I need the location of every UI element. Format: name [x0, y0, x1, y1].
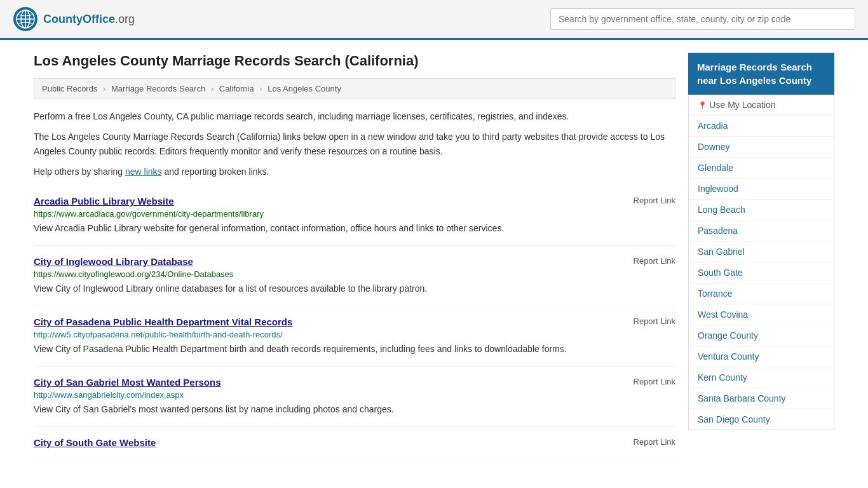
- record-url[interactable]: https://www.arcadiaca.gov/government/cit…: [34, 209, 675, 219]
- use-location-link[interactable]: Use My Location: [689, 95, 834, 115]
- report-link[interactable]: Report Link: [634, 316, 675, 326]
- sidebar-list-item[interactable]: Ventura County: [689, 346, 834, 367]
- sidebar-link[interactable]: San Gabriel: [689, 241, 834, 262]
- sidebar-link[interactable]: Arcadia: [689, 116, 834, 136]
- record-description: View City of San Gabriel's most wanted p…: [34, 403, 675, 416]
- sidebar-list-item[interactable]: Torrance: [689, 283, 834, 304]
- record-description: View City of Pasadena Public Health Depa…: [34, 342, 675, 356]
- sidebar-list: Use My Location ArcadiaDowneyGlendaleIng…: [688, 95, 834, 430]
- record-entry: City of Inglewood Library Database Repor…: [34, 246, 675, 306]
- breadcrumb-marriage-records[interactable]: Marriage Records Search: [111, 84, 205, 93]
- sidebar-list-item[interactable]: Orange County: [689, 325, 834, 346]
- record-entry: City of South Gate Website Report Link: [34, 427, 675, 461]
- sidebar-link[interactable]: Orange County: [689, 325, 834, 346]
- record-header: City of Pasadena Public Health Departmen…: [34, 316, 675, 327]
- record-list: Arcadia Public Library Website Report Li…: [34, 186, 675, 461]
- sidebar-link[interactable]: Pasadena: [689, 220, 834, 241]
- sidebar-list-item[interactable]: San Diego County: [689, 409, 834, 430]
- sidebar-link[interactable]: Ventura County: [689, 346, 834, 367]
- description-2: The Los Angeles County Marriage Records …: [34, 130, 675, 158]
- record-title[interactable]: City of Inglewood Library Database: [34, 256, 193, 267]
- sidebar-list-item[interactable]: Arcadia: [689, 116, 834, 137]
- breadcrumb-sep-2: ›: [211, 84, 214, 93]
- sidebar-link[interactable]: South Gate: [689, 262, 834, 283]
- report-link[interactable]: Report Link: [634, 377, 675, 386]
- sidebar-link[interactable]: Kern County: [689, 367, 834, 388]
- breadcrumb-sep-1: ›: [103, 84, 105, 93]
- breadcrumb-la-county[interactable]: Los Angeles County: [268, 84, 341, 93]
- report-link[interactable]: Report Link: [634, 437, 675, 447]
- sidebar-link[interactable]: Santa Barbara County: [689, 388, 834, 409]
- record-description: View Arcadia Public Library website for …: [34, 222, 675, 235]
- sidebar-header: Marriage Records Search near Los Angeles…: [688, 53, 834, 95]
- logo-text: CountyOffice.org: [43, 13, 135, 26]
- sidebar-list-item[interactable]: Glendale: [689, 158, 834, 179]
- description-1: Perform a free Los Angeles County, CA pu…: [34, 109, 675, 123]
- sidebar-link[interactable]: West Covina: [689, 304, 834, 325]
- page-title: Los Angeles County Marriage Records Sear…: [34, 53, 675, 69]
- sidebar-link[interactable]: San Diego County: [689, 409, 834, 430]
- sidebar-list-item[interactable]: Downey: [689, 137, 834, 158]
- sidebar-link[interactable]: Downey: [689, 137, 834, 157]
- new-links-link[interactable]: new links: [125, 166, 162, 177]
- record-header: City of San Gabriel Most Wanted Persons …: [34, 377, 675, 388]
- breadcrumb-sep-3: ›: [259, 84, 262, 93]
- main-container: Los Angeles County Marriage Records Sear…: [21, 40, 847, 474]
- record-url[interactable]: http://www.sangabrielcity.com/index.aspx: [34, 390, 675, 400]
- record-title[interactable]: City of Pasadena Public Health Departmen…: [34, 316, 292, 327]
- sidebar-list-item[interactable]: San Gabriel: [689, 241, 834, 262]
- record-entry: City of San Gabriel Most Wanted Persons …: [34, 367, 675, 427]
- site-header: CountyOffice.org: [0, 0, 868, 40]
- content-area: Los Angeles County Marriage Records Sear…: [34, 53, 675, 461]
- sidebar-link[interactable]: Inglewood: [689, 179, 834, 199]
- record-header: Arcadia Public Library Website Report Li…: [34, 196, 675, 207]
- sidebar-list-item[interactable]: Long Beach: [689, 200, 834, 220]
- logo-area: CountyOffice.org: [13, 6, 135, 32]
- breadcrumb-california[interactable]: California: [219, 84, 254, 93]
- sidebar-list-item[interactable]: West Covina: [689, 304, 834, 325]
- sidebar: Marriage Records Search near Los Angeles…: [688, 53, 834, 461]
- sidebar-link[interactable]: Torrance: [689, 283, 834, 304]
- record-title[interactable]: City of San Gabriel Most Wanted Persons: [34, 377, 221, 388]
- record-description: View City of Inglewood Library online da…: [34, 282, 675, 295]
- sidebar-list-item[interactable]: Pasadena: [689, 220, 834, 241]
- report-link[interactable]: Report Link: [634, 196, 675, 205]
- breadcrumb-public-records[interactable]: Public Records: [42, 84, 97, 93]
- record-title[interactable]: Arcadia Public Library Website: [34, 196, 174, 207]
- record-title[interactable]: City of South Gate Website: [34, 437, 156, 448]
- record-header: City of Inglewood Library Database Repor…: [34, 256, 675, 267]
- use-location-item[interactable]: Use My Location: [689, 95, 834, 116]
- sidebar-list-item[interactable]: Inglewood: [689, 179, 834, 200]
- sidebar-link[interactable]: Long Beach: [689, 200, 834, 220]
- record-entry: City of Pasadena Public Health Departmen…: [34, 306, 675, 367]
- logo-icon: [13, 6, 38, 32]
- breadcrumb: Public Records › Marriage Records Search…: [34, 78, 675, 99]
- report-link[interactable]: Report Link: [634, 256, 675, 266]
- sidebar-list-item[interactable]: Kern County: [689, 367, 834, 388]
- record-header: City of South Gate Website Report Link: [34, 437, 675, 448]
- description-3: Help others by sharing new links and rep…: [34, 165, 675, 179]
- search-input[interactable]: [550, 8, 855, 30]
- record-entry: Arcadia Public Library Website Report Li…: [34, 186, 675, 246]
- record-url[interactable]: https://www.cityofinglewood.org/234/Onli…: [34, 269, 675, 279]
- record-url[interactable]: http://ww5.cityofpasadena.net/public-hea…: [34, 330, 675, 339]
- sidebar-link[interactable]: Glendale: [689, 158, 834, 178]
- sidebar-list-item[interactable]: Santa Barbara County: [689, 388, 834, 409]
- sidebar-list-item[interactable]: South Gate: [689, 262, 834, 283]
